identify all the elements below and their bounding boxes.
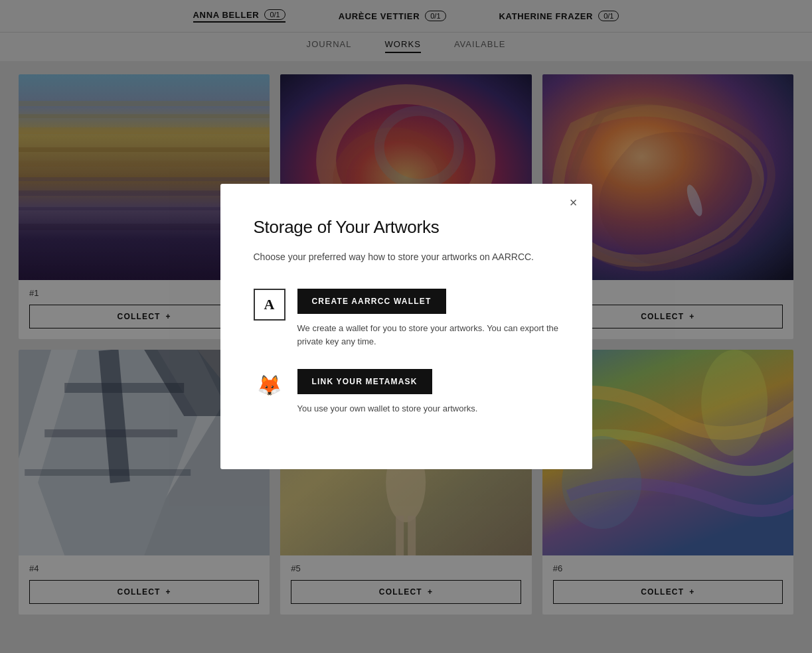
create-aarrcc-wallet-button[interactable]: CREATE AARRCC WALLET xyxy=(297,289,446,314)
wallet-option-aarrcc: A CREATE AARRCC WALLET We create a walle… xyxy=(254,289,559,350)
metamask-wallet-content: LINK YOUR METAMASK You use your own wall… xyxy=(297,369,559,416)
aarrcc-wallet-content: CREATE AARRCC WALLET We create a wallet … xyxy=(297,289,559,350)
aarrcc-wallet-description: We create a wallet for you to store your… xyxy=(297,322,559,350)
storage-modal: × Storage of Your Artworks Choose your p… xyxy=(220,184,592,469)
modal-close-button[interactable]: × xyxy=(570,196,578,209)
modal-title: Storage of Your Artworks xyxy=(254,217,559,238)
modal-overlay[interactable]: × Storage of Your Artworks Choose your p… xyxy=(0,0,812,653)
link-metamask-button[interactable]: LINK YOUR METAMASK xyxy=(297,369,432,394)
modal-subtitle: Choose your preferred way how to store y… xyxy=(254,250,559,264)
metamask-wallet-description: You use your own wallet to store your ar… xyxy=(297,402,559,416)
aarrcc-wallet-icon: A xyxy=(254,289,285,321)
wallet-option-metamask: 🦊 LINK YOUR METAMASK You use your own wa… xyxy=(254,369,559,416)
metamask-wallet-icon: 🦊 xyxy=(254,369,285,401)
